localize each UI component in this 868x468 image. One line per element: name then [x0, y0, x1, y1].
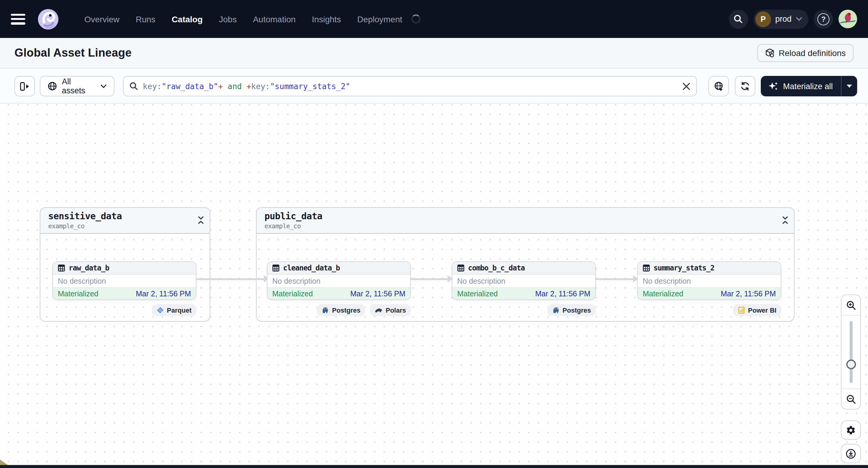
nav-item-deployment[interactable]: Deployment [357, 14, 402, 24]
status-badge: Materialized [272, 289, 313, 298]
asset-node-header: combo_b_c_data [453, 262, 595, 275]
asset-name: cleaned_data_b [283, 264, 340, 272]
reload-definitions-label: Reload definitions [779, 48, 846, 58]
materialization-timestamp: Mar 2, 11:56 PM [535, 289, 590, 298]
tag-label: Polars [386, 307, 406, 314]
asset-name: summary_stats_2 [654, 264, 714, 272]
zoom-slider[interactable] [841, 316, 860, 388]
reload-definitions-button[interactable]: Reload definitions [757, 44, 854, 62]
status-badge: Materialized [643, 289, 683, 298]
asset-tags-row: Postgres [452, 304, 596, 316]
edge-raw-to-cleaned [196, 278, 265, 280]
graph-settings-button[interactable] [841, 420, 861, 440]
asset-tags-row: Parquet [53, 304, 196, 316]
export-image-button[interactable] [841, 444, 861, 463]
asset-scope-label: All assets [62, 77, 96, 95]
asset-description: No description [53, 275, 196, 287]
status-badge: Materialized [457, 289, 498, 298]
zoom-in-button[interactable] [841, 295, 860, 316]
environment-name: prod [775, 14, 792, 24]
asset-node-summary-stats-2[interactable]: summary_stats_2 No description Materiali… [637, 261, 781, 300]
zoom-slider-track[interactable] [849, 321, 852, 383]
refresh-icon [740, 81, 750, 91]
nav-item-overview[interactable]: Overview [84, 14, 120, 24]
asset-node-combo-b-c-data[interactable]: combo_b_c_data No description Materializ… [452, 261, 596, 300]
table-icon [643, 264, 650, 272]
tag-postgres[interactable]: Postgres [317, 304, 365, 316]
globe-icon [48, 81, 57, 91]
search-icon [734, 14, 743, 24]
postgres-icon [322, 307, 329, 314]
materialize-all-split-button: Materialize all [761, 76, 857, 96]
caret-down-icon [846, 84, 852, 88]
table-icon [457, 264, 464, 272]
tag-label: Parquet [167, 307, 191, 314]
parquet-icon [157, 307, 164, 314]
asset-tags-row: Power BI [637, 304, 781, 316]
polars-icon [375, 307, 383, 313]
asset-node-raw-data-b[interactable]: raw_data_b No description Materialized M… [53, 261, 196, 300]
collapse-group-button[interactable] [197, 216, 204, 226]
globe-plus-icon [713, 81, 724, 91]
refresh-graph-button[interactable] [735, 76, 755, 96]
tag-postgres[interactable]: Postgres [548, 304, 596, 316]
top-navbar: Overview Runs Catalog Jobs Automation In… [0, 0, 868, 38]
nav-item-jobs[interactable]: Jobs [219, 14, 237, 24]
hamburger-menu-icon[interactable] [11, 13, 25, 24]
materialization-timestamp: Mar 2, 11:56 PM [721, 289, 776, 298]
bird-avatar-icon [838, 10, 857, 28]
navbar-right: P prod ? [729, 9, 857, 29]
nav-item-automation[interactable]: Automation [253, 14, 296, 24]
materialization-timestamp: Mar 2, 11:56 PM [350, 289, 405, 298]
group-subtitle: example_co [265, 222, 787, 229]
edge-combo-to-summary [596, 278, 634, 280]
group-header[interactable]: public_data example_co [257, 208, 794, 234]
group-title: public_data [265, 211, 787, 222]
zoom-out-button[interactable] [841, 388, 860, 409]
asset-status-row: Materialized Mar 2, 11:56 PM [53, 287, 196, 299]
tag-polars[interactable]: Polars [370, 304, 411, 316]
asset-node-header: summary_stats_2 [638, 262, 781, 275]
zoom-slider-handle[interactable] [846, 360, 856, 369]
lineage-toolbar: All assets key:"raw_data_b"+ and +key:"s… [0, 69, 868, 103]
asset-status-row: Materialized Mar 2, 11:56 PM [638, 287, 781, 299]
nav-item-insights[interactable]: Insights [312, 14, 341, 24]
lineage-graph-canvas[interactable]: sensitive_data example_co public_data ex… [0, 103, 868, 468]
materialize-options-button[interactable] [841, 76, 857, 96]
chevron-down-icon [796, 17, 802, 21]
add-scope-button[interactable] [708, 76, 729, 96]
query-text: key:"raw_data_b"+ and +key:"summary_stat… [143, 82, 350, 91]
tag-parquet[interactable]: Parquet [152, 304, 196, 316]
clear-query-button[interactable] [682, 82, 690, 90]
edge-cleaned-to-combo [411, 278, 448, 280]
search-button[interactable] [729, 9, 748, 29]
group-header[interactable]: sensitive_data example_co [40, 208, 210, 234]
page-title: Global Asset Lineage [14, 46, 132, 60]
table-icon [58, 264, 65, 272]
dagster-logo-icon[interactable] [37, 7, 60, 30]
asset-description: No description [453, 275, 595, 287]
reload-cube-icon [765, 48, 774, 58]
materialize-all-button[interactable]: Materialize all [761, 76, 841, 96]
tag-label: Postgres [332, 307, 361, 314]
asset-node-cleaned-data-b[interactable]: cleaned_data_b No description Materializ… [267, 261, 411, 300]
help-button[interactable]: ? [814, 9, 833, 29]
open-sidebar-button[interactable] [14, 76, 35, 96]
tag-power-bi[interactable]: Power BI [733, 304, 781, 316]
materialization-timestamp: Mar 2, 11:56 PM [136, 289, 191, 298]
environment-switcher[interactable]: P prod [753, 9, 808, 29]
collapse-icon [197, 216, 204, 224]
collapse-icon [782, 216, 788, 224]
asset-description: No description [638, 275, 781, 287]
bottom-edge-strip [0, 465, 868, 468]
lineage-query-input[interactable]: key:"raw_data_b"+ and +key:"summary_stat… [123, 76, 697, 96]
user-avatar[interactable] [838, 10, 857, 28]
nav-item-runs[interactable]: Runs [136, 14, 155, 24]
download-icon [846, 448, 856, 459]
navbar-left: Overview Runs Catalog Jobs Automation In… [11, 7, 421, 30]
chevron-down-icon [101, 84, 106, 88]
nav-item-catalog[interactable]: Catalog [172, 14, 203, 24]
collapse-group-button[interactable] [782, 216, 788, 226]
asset-scope-dropdown[interactable]: All assets [40, 76, 115, 96]
corner-artifact [0, 460, 8, 465]
